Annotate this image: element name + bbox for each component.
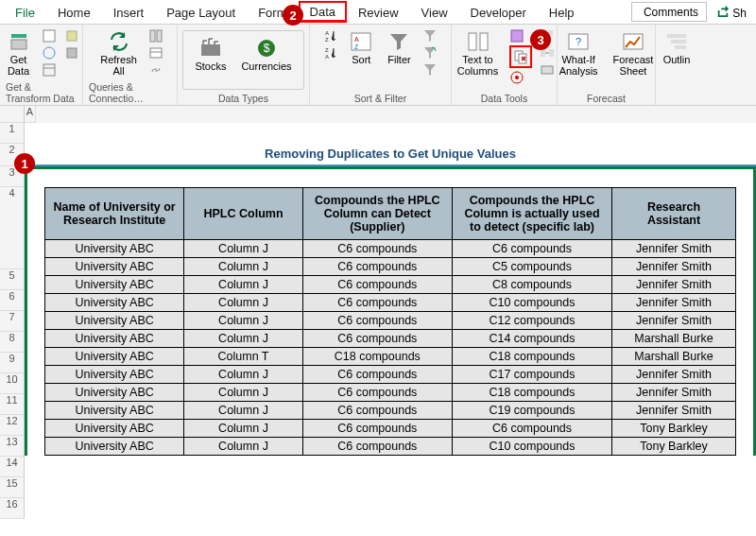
col-header-a[interactable]: A [25,106,36,123]
edit-links-button[interactable] [148,62,163,78]
table-cell[interactable]: University ABC [45,420,184,438]
table-cell[interactable]: Jennifer Smith [612,384,736,402]
table-cell[interactable]: Marshall Burke [612,348,736,366]
tab-page-layout[interactable]: Page Layout [155,2,247,23]
sort-za-button[interactable]: ZA [323,45,338,61]
table-row[interactable]: University ABCColumn JC6 compoundsC8 com… [45,276,736,294]
table-cell[interactable]: C6 compounds [302,258,452,276]
row-header[interactable]: 9 [0,353,24,373]
table-cell[interactable]: C6 compounds [302,438,452,456]
table-cell[interactable]: C6 compounds [302,330,452,348]
table-row[interactable]: University ABCColumn JC6 compoundsC12 co… [45,312,736,330]
table-row[interactable]: University ABCColumn JC6 compoundsC10 co… [45,294,736,312]
tab-file[interactable]: File [4,2,46,23]
table-cell[interactable]: C10 compounds [452,294,611,312]
table-row[interactable]: University ABCColumn TC18 compoundsC18 c… [45,348,736,366]
table-row[interactable]: University ABCColumn JC6 compoundsC10 co… [45,438,736,456]
row-header[interactable]: 6 [0,290,24,311]
table-cell[interactable]: C10 compounds [452,438,611,456]
table-cell[interactable]: University ABC [45,384,184,402]
comments-button[interactable]: Comments [631,2,707,22]
table-cell[interactable]: University ABC [45,330,184,348]
table-cell[interactable]: Tony Barkley [612,438,736,456]
row-header[interactable]: 14 [0,457,24,477]
table-cell[interactable]: Jennifer Smith [612,258,736,276]
table-cell[interactable]: Column J [184,258,302,276]
table-cell[interactable]: C19 compounds [452,402,611,420]
from-text-csv-button[interactable] [42,28,57,43]
row-header[interactable]: 11 [0,394,24,415]
row-header[interactable]: 5 [0,269,24,290]
from-table-button[interactable] [42,62,57,78]
properties-button[interactable] [148,45,163,61]
table-row[interactable]: University ABCColumn JC6 compoundsC6 com… [45,420,736,438]
table-cell[interactable]: University ABC [45,276,184,294]
tab-insert[interactable]: Insert [102,2,156,23]
table-cell[interactable]: C18 compounds [302,348,452,366]
clear-filter-button[interactable] [422,28,438,43]
queries-connections-button[interactable] [148,28,163,43]
what-if-analysis-button[interactable]: ? What-If Analysis [556,28,602,78]
get-data-button[interactable]: Get Data [4,28,34,78]
table-cell[interactable]: C8 compounds [452,276,611,294]
row-header[interactable]: 7 [0,311,24,332]
table-cell[interactable]: University ABC [45,294,184,312]
table-cell[interactable]: C6 compounds [302,402,452,420]
currencies-button[interactable]: $ Currencies [237,35,295,74]
data-table[interactable]: Name of University or Research Institute… [44,187,736,456]
table-cell[interactable]: Column J [184,384,302,402]
table-cell[interactable]: Column J [184,366,302,384]
table-cell[interactable]: C6 compounds [452,240,611,258]
table-cell[interactable]: University ABC [45,348,184,366]
table-cell[interactable]: University ABC [45,258,184,276]
table-cell[interactable]: Column J [184,438,302,456]
table-cell[interactable]: Column J [184,240,302,258]
table-cell[interactable]: Column J [184,294,302,312]
table-cell[interactable]: Jennifer Smith [612,240,736,258]
row-header[interactable]: 10 [0,373,24,394]
table-cell[interactable]: Column J [184,402,302,420]
table-cell[interactable]: C6 compounds [302,312,452,330]
table-cell[interactable]: Jennifer Smith [612,312,736,330]
table-cell[interactable]: Tony Barkley [612,420,736,438]
row-header[interactable]: 12 [0,415,24,436]
share-button[interactable]: Sh [711,2,752,22]
row-header[interactable]: 15 [0,477,24,498]
table-cell[interactable]: C14 compounds [452,330,611,348]
table-cell[interactable]: Jennifer Smith [612,402,736,420]
table-cell[interactable]: Column J [184,330,302,348]
table-cell[interactable]: Jennifer Smith [612,276,736,294]
forecast-sheet-button[interactable]: Forecast Sheet [610,28,658,78]
table-cell[interactable]: C17 compounds [452,366,611,384]
table-cell[interactable]: Column T [184,348,302,366]
refresh-all-button[interactable]: Refresh All [96,28,141,78]
data-validation-button[interactable] [509,70,532,85]
table-cell[interactable]: C6 compounds [302,294,452,312]
table-cell[interactable]: University ABC [45,402,184,420]
table-cell[interactable]: C6 compounds [302,420,452,438]
tab-view[interactable]: View [410,2,459,23]
row-header[interactable]: 1 [0,123,24,144]
text-to-columns-button[interactable]: Text to Columns [454,28,502,78]
table-cell[interactable]: University ABC [45,312,184,330]
row-header[interactable]: 4 [0,187,24,269]
tab-data[interactable]: Data [299,1,347,23]
remove-duplicates-button[interactable] [509,45,532,68]
table-cell[interactable]: Column J [184,312,302,330]
table-cell[interactable]: C18 compounds [452,348,611,366]
table-cell[interactable]: University ABC [45,438,184,456]
stocks-button[interactable]: Stocks [191,35,230,74]
table-cell[interactable]: C18 compounds [452,384,611,402]
filter-button[interactable]: Filter [384,28,414,67]
advanced-filter-button[interactable] [422,62,438,78]
tab-developer[interactable]: Developer [459,2,538,23]
from-web-button[interactable] [42,45,57,61]
table-row[interactable]: University ABCColumn JC6 compoundsC19 co… [45,402,736,420]
reapply-button[interactable] [422,45,438,61]
table-row[interactable]: University ABCColumn JC6 compoundsC14 co… [45,330,736,348]
table-cell[interactable]: C6 compounds [302,240,452,258]
flash-fill-button[interactable] [509,28,532,43]
table-cell[interactable]: Marshall Burke [612,330,736,348]
existing-connections-button[interactable] [64,45,79,61]
sort-az-button[interactable]: AZ [323,28,338,43]
